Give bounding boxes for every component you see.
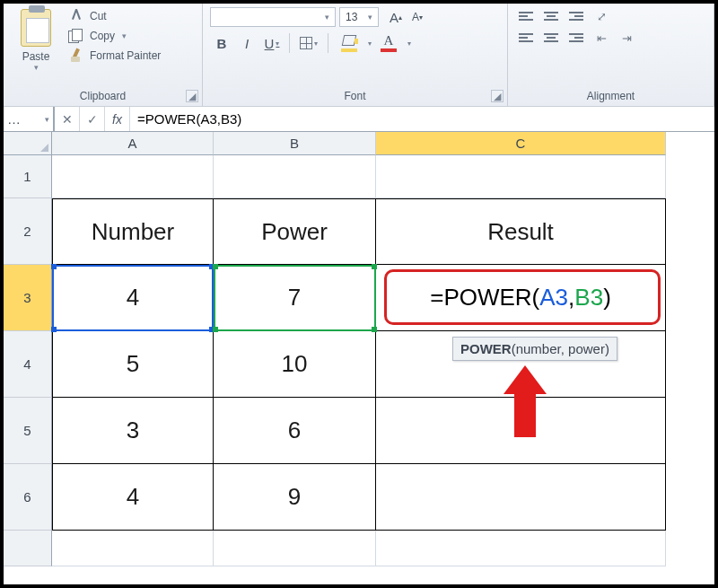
select-all-corner[interactable] xyxy=(4,132,52,155)
italic-icon: I xyxy=(245,36,249,51)
formula-input-value: =POWER(A3,B3) xyxy=(137,111,241,127)
chevron-down-icon: ▾ xyxy=(45,115,49,124)
format-painter-label: Format Painter xyxy=(90,49,161,62)
cell-b1[interactable] xyxy=(214,155,376,198)
column-header-a[interactable]: A xyxy=(52,132,214,155)
cell-b2[interactable]: Power xyxy=(214,198,376,265)
ribbon-group-font: ▾ 13 ▾ A▴ A▾ B I U▾ xyxy=(203,4,508,106)
cell-b5[interactable]: 6 xyxy=(214,398,376,464)
cell-a7[interactable] xyxy=(52,531,214,566)
row-header-2[interactable]: 2 xyxy=(4,198,52,265)
bold-button[interactable]: B xyxy=(210,32,233,54)
chevron-down-icon[interactable]: ▾ xyxy=(368,39,372,48)
chevron-down-icon: ▾ xyxy=(276,39,279,48)
cut-label: Cut xyxy=(90,10,107,22)
formula-bar: … ▾ ✕ ✓ fx =POWER(A3,B3) xyxy=(4,107,714,132)
enter-formula-button[interactable]: ✓ xyxy=(80,107,105,131)
cells: Number Power Result 4 7 =POWER(A3,B3) 5 … xyxy=(52,155,666,566)
row-header-4[interactable]: 4 xyxy=(4,331,52,398)
formula-input[interactable]: =POWER(A3,B3) xyxy=(130,107,714,131)
paste-label: Paste xyxy=(22,50,50,63)
chevron-down-icon: ▾ xyxy=(368,13,372,22)
ribbon-group-clipboard: Paste ▾ Cut Copy ▾ Format Painter C xyxy=(4,4,203,106)
bold-icon: B xyxy=(217,36,227,51)
font-group-label: Font xyxy=(210,88,500,106)
cell-a1[interactable] xyxy=(52,155,214,198)
row-header-next[interactable] xyxy=(4,531,52,566)
grow-font-button[interactable]: A▴ xyxy=(386,7,406,27)
font-color-icon: A xyxy=(384,34,394,48)
cell-c2[interactable]: Result xyxy=(376,198,666,265)
cell-b3[interactable]: 7 xyxy=(214,265,376,331)
cell-a4[interactable]: 5 xyxy=(52,331,214,398)
font-size-select[interactable]: 13 ▾ xyxy=(339,7,379,27)
header-power: Power xyxy=(261,218,328,246)
increase-indent-button[interactable]: ⇥ xyxy=(616,29,637,47)
column-header-b[interactable]: B xyxy=(214,132,376,155)
align-left-button[interactable] xyxy=(515,29,537,47)
copy-label: Copy xyxy=(90,30,115,42)
paste-dropdown-icon[interactable]: ▾ xyxy=(34,63,39,72)
cell-c3[interactable]: =POWER(A3,B3) xyxy=(376,265,666,331)
row-header-5[interactable]: 5 xyxy=(4,398,52,464)
copy-button[interactable]: Copy ▾ xyxy=(68,29,161,43)
cell-c1[interactable] xyxy=(376,155,666,198)
cell-c6[interactable] xyxy=(376,464,666,531)
clipboard-group-label: Clipboard xyxy=(11,88,195,106)
shrink-font-button[interactable]: A▾ xyxy=(407,7,427,27)
cell-b6[interactable]: 9 xyxy=(214,464,376,531)
cell-c7[interactable] xyxy=(376,531,666,566)
underline-icon: U xyxy=(265,36,275,51)
column-headers: A B C xyxy=(52,132,666,155)
copy-icon xyxy=(68,29,84,43)
row-header-1[interactable]: 1 xyxy=(4,155,52,198)
cell-c5[interactable] xyxy=(376,398,666,464)
cell-a3[interactable]: 4 xyxy=(52,265,214,331)
cell-b4[interactable]: 10 xyxy=(214,331,376,398)
chevron-down-icon[interactable]: ▾ xyxy=(407,39,411,48)
name-box[interactable]: … ▾ xyxy=(4,107,54,131)
font-size-value: 13 xyxy=(346,11,357,23)
chevron-down-icon: ▾ xyxy=(314,39,318,48)
fill-color-button[interactable] xyxy=(334,32,364,54)
font-dialog-launcher[interactable]: ◢ xyxy=(491,90,503,102)
name-box-value: … xyxy=(7,111,21,127)
row-header-6[interactable]: 6 xyxy=(4,464,52,531)
font-name-select[interactable]: ▾ xyxy=(210,7,336,27)
font-color-button[interactable]: A xyxy=(373,32,404,54)
check-icon: ✓ xyxy=(87,112,98,127)
paste-icon xyxy=(21,9,51,47)
row-headers: 1 2 3 4 5 6 xyxy=(4,155,52,566)
cell-a2[interactable]: Number xyxy=(52,198,214,265)
paint-bucket-icon xyxy=(343,35,355,46)
borders-button[interactable]: ▾ xyxy=(295,32,322,54)
paste-button[interactable]: Paste ▾ xyxy=(11,7,61,72)
align-top-button[interactable] xyxy=(515,7,537,25)
underline-button[interactable]: U▾ xyxy=(260,32,284,54)
italic-button[interactable]: I xyxy=(235,32,258,54)
copy-dropdown-icon[interactable]: ▾ xyxy=(122,31,127,40)
cancel-formula-button[interactable]: ✕ xyxy=(55,107,80,131)
grow-font-icon: A xyxy=(390,10,398,25)
clipboard-dialog-launcher[interactable]: ◢ xyxy=(186,90,198,102)
ribbon-group-alignment: ⤢ ⇤ ⇥ Alignment xyxy=(508,4,714,106)
cell-b7[interactable] xyxy=(214,531,376,566)
format-painter-button[interactable]: Format Painter xyxy=(68,48,161,63)
spreadsheet-grid: A B C 1 2 3 4 5 6 Number Power Result 4 … xyxy=(4,132,714,584)
align-middle-button[interactable] xyxy=(540,7,562,25)
cell-a5[interactable]: 3 xyxy=(52,398,214,464)
align-right-button[interactable] xyxy=(565,29,587,47)
ribbon: Paste ▾ Cut Copy ▾ Format Painter C xyxy=(4,4,714,107)
insert-function-button[interactable]: fx xyxy=(105,107,130,131)
scissors-icon xyxy=(68,9,84,23)
align-bottom-button[interactable] xyxy=(565,7,587,25)
column-header-c[interactable]: C xyxy=(376,132,666,155)
row-header-3[interactable]: 3 xyxy=(4,265,52,331)
cell-c3-formula: =POWER(A3,B3) xyxy=(430,284,611,312)
decrease-indent-button[interactable]: ⇤ xyxy=(591,29,612,47)
orientation-button[interactable]: ⤢ xyxy=(591,7,612,25)
cut-button[interactable]: Cut xyxy=(68,9,161,23)
cell-a6[interactable]: 4 xyxy=(52,464,214,531)
shrink-font-icon: A xyxy=(412,11,419,23)
align-center-button[interactable] xyxy=(540,29,562,47)
